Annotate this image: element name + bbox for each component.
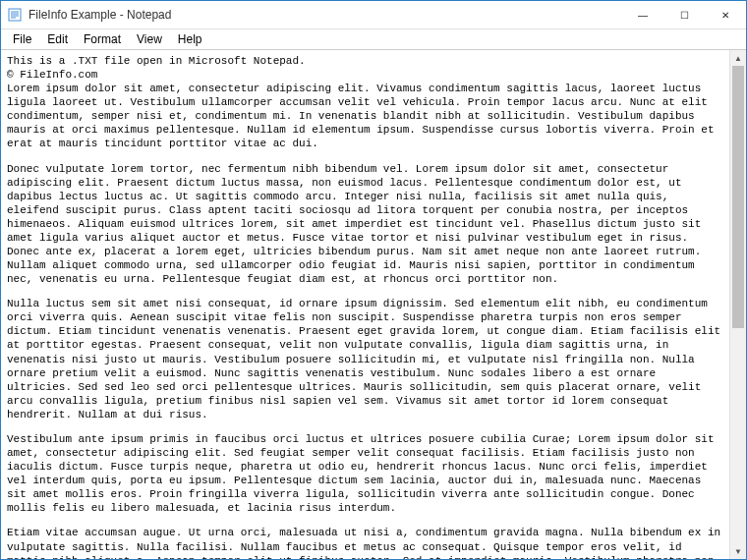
text-paragraph: Donec vulputate lorem tortor, nec fermen… bbox=[7, 162, 723, 287]
svg-rect-0 bbox=[9, 9, 21, 21]
text-paragraph: Etiam vitae accumsan augue. Ut urna orci… bbox=[7, 526, 723, 559]
app-window: FileInfo Example - Notepad — ☐ ✕ File Ed… bbox=[0, 0, 747, 560]
scroll-down-button[interactable]: ▼ bbox=[730, 543, 746, 559]
text-paragraph: Lorem ipsum dolor sit amet, consectetur … bbox=[7, 82, 723, 150]
minimize-button[interactable]: — bbox=[622, 1, 663, 28]
scroll-up-button[interactable]: ▲ bbox=[730, 50, 746, 66]
window-title: FileInfo Example - Notepad bbox=[29, 8, 622, 22]
menu-file[interactable]: File bbox=[5, 31, 39, 47]
window-controls: — ☐ ✕ bbox=[622, 1, 746, 28]
menu-view[interactable]: View bbox=[129, 31, 170, 47]
maximize-button[interactable]: ☐ bbox=[663, 1, 705, 28]
text-paragraph: Vestibulum ante ipsum primis in faucibus… bbox=[7, 432, 723, 515]
menu-help[interactable]: Help bbox=[170, 31, 210, 47]
menu-edit[interactable]: Edit bbox=[39, 31, 76, 47]
titlebar[interactable]: FileInfo Example - Notepad — ☐ ✕ bbox=[1, 1, 746, 29]
close-button[interactable]: ✕ bbox=[705, 1, 746, 28]
content-area: This is a .TXT file open in Microsoft No… bbox=[1, 50, 746, 559]
vertical-scrollbar[interactable]: ▲ ▼ bbox=[729, 50, 746, 559]
scroll-thumb[interactable] bbox=[732, 66, 744, 328]
scroll-track[interactable] bbox=[730, 66, 746, 543]
text-paragraph: Nulla luctus sem sit amet nisi consequat… bbox=[7, 297, 723, 421]
text-paragraph: This is a .TXT file open in Microsoft No… bbox=[7, 54, 723, 82]
menu-format[interactable]: Format bbox=[76, 31, 129, 47]
notepad-icon bbox=[7, 7, 23, 23]
menubar: File Edit Format View Help bbox=[1, 29, 746, 50]
text-editor[interactable]: This is a .TXT file open in Microsoft No… bbox=[1, 50, 729, 559]
